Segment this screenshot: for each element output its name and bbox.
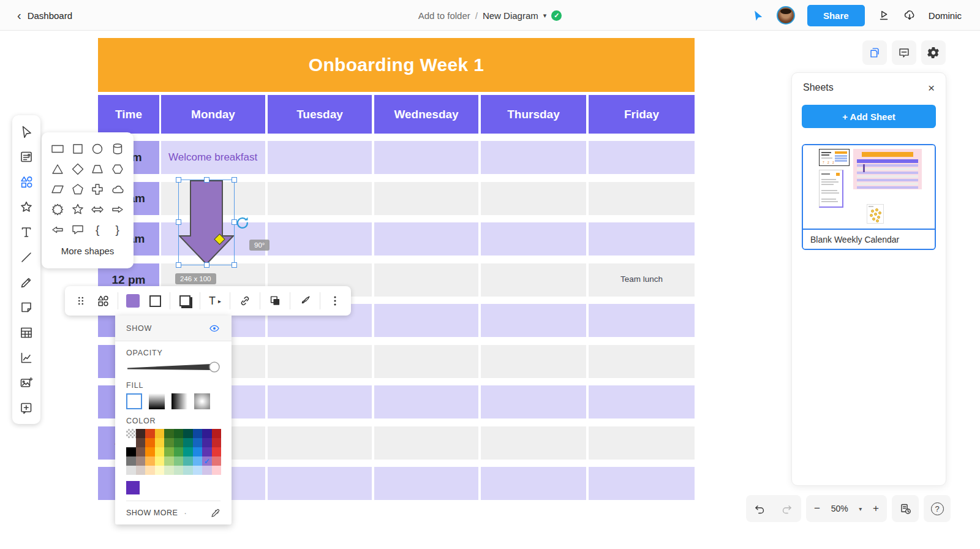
fill-style-gradient-horizontal[interactable] <box>172 393 187 409</box>
calendar-header-friday[interactable]: Friday <box>589 95 695 134</box>
shape-cross[interactable] <box>88 181 108 197</box>
color-swatch[interactable] <box>202 447 212 456</box>
calendar-cell[interactable] <box>589 345 695 378</box>
sheet-card[interactable]: 722 <box>802 144 936 250</box>
color-swatch[interactable] <box>136 447 146 456</box>
eyedropper-icon[interactable] <box>210 508 221 518</box>
calendar-cell[interactable] <box>481 263 586 297</box>
color-swatch[interactable] <box>155 447 165 456</box>
shape-circle[interactable] <box>88 141 108 156</box>
more-options-button[interactable] <box>324 286 346 316</box>
fill-style-gradient-vertical[interactable] <box>149 393 165 409</box>
color-swatch[interactable] <box>145 466 155 475</box>
color-swatch[interactable] <box>183 438 193 447</box>
sidebar-table-tool[interactable] <box>12 320 40 345</box>
calendar-cell[interactable] <box>374 304 478 337</box>
redo-button[interactable] <box>773 495 800 522</box>
color-swatch[interactable] <box>193 456 203 466</box>
calendar-title[interactable]: Onboarding Week 1 <box>98 38 695 92</box>
back-to-dashboard[interactable]: ‹ Dashboard <box>17 0 72 31</box>
color-swatch[interactable]: ✓ <box>202 456 212 466</box>
color-swatch[interactable] <box>212 466 222 475</box>
color-swatch[interactable] <box>193 466 203 475</box>
sidebar-select-tool[interactable] <box>12 119 40 144</box>
sidebar-shapes-tool[interactable] <box>12 169 40 194</box>
color-swatch[interactable] <box>212 456 222 466</box>
color-swatch[interactable] <box>155 466 165 475</box>
calendar-cell[interactable] <box>268 385 372 418</box>
shape-speech-bubble[interactable] <box>68 222 88 237</box>
color-swatch[interactable] <box>164 456 174 466</box>
format-painter-button[interactable] <box>294 286 316 316</box>
share-button[interactable]: Share <box>807 5 865 26</box>
color-swatch[interactable] <box>164 447 174 456</box>
calendar-cell[interactable] <box>374 426 478 460</box>
calendar-header-thursday[interactable]: Thursday <box>481 95 586 134</box>
shape-cloud[interactable] <box>108 181 128 197</box>
toolbar-drag-handle[interactable] <box>70 286 92 316</box>
text-style-button[interactable]: T ▸ <box>204 286 226 316</box>
opacity-slider-thumb[interactable] <box>209 362 219 372</box>
resize-handle-w[interactable] <box>176 219 181 225</box>
resize-handle-nw[interactable] <box>176 177 181 183</box>
color-swatch[interactable] <box>183 456 193 466</box>
resize-handle-n[interactable] <box>204 177 209 183</box>
color-swatch[interactable] <box>145 447 155 456</box>
resize-handle-s[interactable] <box>204 262 209 268</box>
color-swatch[interactable] <box>212 438 222 447</box>
sidebar-add-frame-tool[interactable] <box>12 395 40 420</box>
download-icon[interactable] <box>903 9 916 22</box>
sidebar-line-tool[interactable] <box>12 244 40 270</box>
calendar-cell[interactable] <box>481 345 586 378</box>
user-avatar[interactable] <box>777 6 795 25</box>
shape-menu-button[interactable] <box>92 286 114 316</box>
zoom-in-button[interactable]: + <box>873 502 879 515</box>
opacity-slider[interactable] <box>126 360 221 374</box>
shape-burst[interactable] <box>48 202 68 217</box>
undo-button[interactable] <box>746 495 773 522</box>
zoom-out-button[interactable]: − <box>814 502 820 515</box>
color-swatch[interactable] <box>164 466 174 475</box>
calendar-event[interactable]: Welcome breakfast <box>161 141 265 174</box>
calendar-cell[interactable] <box>268 345 372 378</box>
calendar-cell[interactable] <box>268 141 372 174</box>
sidebar-sticky-note-tool[interactable] <box>12 295 40 320</box>
color-swatch[interactable] <box>155 456 165 466</box>
color-swatch[interactable] <box>145 429 155 438</box>
resize-handle-se[interactable] <box>232 262 237 268</box>
calendar-cell[interactable] <box>374 182 478 215</box>
shape-brace-left[interactable]: { <box>88 222 108 237</box>
calendar-cell[interactable] <box>481 426 586 460</box>
calendar-cell[interactable] <box>481 385 586 418</box>
cursor-mode-icon[interactable] <box>752 9 764 21</box>
calendar-cell[interactable] <box>589 426 695 460</box>
color-swatch[interactable] <box>155 438 165 447</box>
calendar-cell[interactable] <box>589 141 695 174</box>
color-swatch[interactable] <box>212 429 222 438</box>
calendar-cell[interactable] <box>268 222 372 256</box>
settings-gear-button[interactable] <box>921 40 946 65</box>
more-shapes-link[interactable]: More shapes <box>48 246 127 256</box>
help-button[interactable]: ? <box>924 495 951 522</box>
color-swatch[interactable] <box>193 429 203 438</box>
calendar-cell[interactable] <box>481 304 586 337</box>
sidebar-insert-image-tool[interactable] <box>12 370 40 395</box>
sidebar-text-tool[interactable] <box>12 219 40 244</box>
fill-style-solid[interactable] <box>126 393 142 409</box>
calendar-cell[interactable] <box>589 222 695 256</box>
fill-style-gradient-radial[interactable] <box>194 393 210 409</box>
calendar-cell[interactable] <box>481 141 586 174</box>
color-swatch[interactable] <box>174 466 184 475</box>
color-swatch[interactable] <box>155 429 165 438</box>
color-swatch[interactable] <box>136 456 146 466</box>
shape-triangle[interactable] <box>48 161 68 176</box>
add-to-folder-link[interactable]: Add to folder <box>418 10 470 21</box>
visibility-eye-icon[interactable] <box>208 322 221 335</box>
calendar-cell[interactable] <box>374 345 478 378</box>
shape-star[interactable] <box>68 202 88 217</box>
link-button[interactable] <box>234 286 256 316</box>
color-swatch[interactable] <box>136 466 146 475</box>
shape-trapezoid[interactable] <box>88 161 108 176</box>
title-caret-icon[interactable]: ▾ <box>543 12 547 20</box>
color-swatch[interactable] <box>183 447 193 456</box>
